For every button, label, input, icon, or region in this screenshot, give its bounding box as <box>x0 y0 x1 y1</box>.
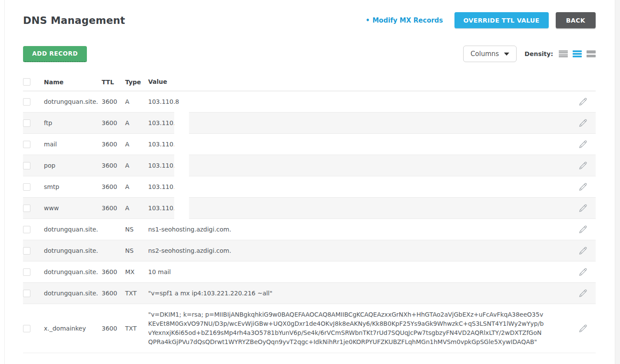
edit-record-button[interactable] <box>577 202 589 214</box>
cell-name: mail <box>44 141 102 148</box>
columns-dropdown[interactable]: Columns <box>463 46 517 62</box>
cell-ttl: 3600 <box>102 290 125 297</box>
cell-value: 10 mail <box>148 268 571 277</box>
pencil-icon <box>578 225 588 234</box>
row-checkbox[interactable] <box>23 205 30 212</box>
table-row: pop3600A103.110.8 <box>23 155 596 176</box>
row-checkbox[interactable] <box>23 183 30 191</box>
row-checkbox[interactable] <box>23 290 30 297</box>
cell-type: A <box>125 205 148 212</box>
page-right-gutter <box>615 0 620 364</box>
toolbar-right: Columns Density: <box>463 46 596 62</box>
cell-value: 103.110.8 <box>148 204 571 213</box>
cell-value: 103.110.8 <box>148 161 571 170</box>
edit-record-button[interactable] <box>577 181 589 192</box>
table-row: x._domainkey3600TXT"v=DKIM1; k=rsa; p=MI… <box>23 304 596 353</box>
cell-value: 103.110.8 <box>148 140 571 149</box>
density-control: Density: <box>524 50 596 57</box>
pencil-icon <box>578 161 588 170</box>
cell-type: A <box>125 183 148 190</box>
header-actions: • Modify MX Records OVERRIDE TTL VALUE B… <box>366 12 596 28</box>
cell-name: x._domainkey <box>44 325 102 332</box>
cell-ttl: 3600 <box>102 205 125 212</box>
cell-name: dotrungquan.site. <box>44 247 102 254</box>
chevron-down-icon <box>504 53 509 56</box>
table-row: ftp3600A103.110.8 <box>23 113 596 134</box>
edit-record-button[interactable] <box>577 224 589 235</box>
edit-record-button[interactable] <box>577 96 589 107</box>
cell-name: dotrungquan.site. <box>44 290 102 297</box>
column-header-ttl: TTL <box>102 79 125 86</box>
table-row: www3600A103.110.8 <box>23 198 596 219</box>
cell-ttl: 3600 <box>102 162 125 169</box>
table-row: dotrungquan.site.NSns2-seohosting.azdigi… <box>23 240 596 261</box>
bullet-icon: • <box>366 17 370 24</box>
pencil-icon <box>578 118 588 128</box>
pencil-icon <box>578 288 588 298</box>
cell-ttl: 3600 <box>102 141 125 148</box>
modify-mx-records-label: Modify MX Records <box>372 17 443 24</box>
row-checkbox[interactable] <box>23 141 30 148</box>
pencil-icon <box>578 203 588 213</box>
table-row: smtp3600A103.110.8 <box>23 176 596 198</box>
pencil-icon <box>578 97 588 106</box>
cell-type: A <box>125 141 148 148</box>
cell-value: "v=DKIM1; k=rsa; p=MIIBIjANBgkqhkiG9w0BA… <box>148 310 571 347</box>
row-checkbox[interactable] <box>23 268 30 276</box>
override-ttl-button[interactable]: OVERRIDE TTL VALUE <box>454 12 549 28</box>
add-record-button[interactable]: ADD RECORD <box>23 46 87 62</box>
edit-record-button[interactable] <box>577 117 589 129</box>
cell-value: 103.110.8 <box>148 97 571 106</box>
table-row: mail3600A103.110.8 <box>23 134 596 155</box>
cell-value: "v=spf1 a mx ip4:103.221.220.216 ~all" <box>148 289 571 298</box>
column-header-name: Name <box>44 79 102 86</box>
table-row: dotrungquan.site.NSns1-seohosting.azdigi… <box>23 219 596 240</box>
edit-record-button[interactable] <box>577 245 589 256</box>
page-title: DNS Management <box>23 15 125 26</box>
density-comfortable-icon[interactable] <box>559 50 568 57</box>
edit-record-button[interactable] <box>577 288 589 299</box>
back-button[interactable]: BACK <box>556 12 596 28</box>
table-body: dotrungquan.site.3600A103.110.8ftp3600A1… <box>23 91 596 353</box>
cell-name: dotrungquan.site. <box>44 98 102 105</box>
density-icons <box>559 50 596 57</box>
table-row: dotrungquan.site.3600MX10 mail <box>23 261 596 283</box>
cell-value: ns1-seohosting.azdigi.com. <box>148 225 571 234</box>
modify-mx-records-link[interactable]: • Modify MX Records <box>366 17 443 24</box>
edit-record-button[interactable] <box>577 266 589 278</box>
edit-record-button[interactable] <box>577 323 589 334</box>
page-header: DNS Management • Modify MX Records OVERR… <box>23 0 596 28</box>
column-header-value: Value <box>148 77 571 86</box>
density-standard-icon[interactable] <box>573 50 582 57</box>
cell-name: pop <box>44 162 102 169</box>
pencil-icon <box>578 267 588 277</box>
cell-type: NS <box>125 226 148 233</box>
toolbar: ADD RECORD Columns Density: <box>23 46 596 62</box>
edit-record-button[interactable] <box>577 160 589 171</box>
edit-record-button[interactable] <box>577 139 589 150</box>
density-label: Density: <box>524 50 553 57</box>
row-checkbox[interactable] <box>23 325 30 332</box>
cell-type: TXT <box>125 325 148 332</box>
cell-name: ftp <box>44 119 102 126</box>
cell-ttl: 3600 <box>102 183 125 190</box>
cell-value: 103.110.8 <box>148 182 571 192</box>
row-checkbox[interactable] <box>23 162 30 169</box>
cell-type: A <box>125 98 148 105</box>
row-checkbox[interactable] <box>23 247 30 255</box>
cell-name: www <box>44 205 102 212</box>
dns-records-table: Name TTL Type Value dotrungquan.site.360… <box>23 73 596 353</box>
select-all-checkbox[interactable] <box>23 78 30 86</box>
table-header-row: Name TTL Type Value <box>23 73 596 91</box>
columns-dropdown-label: Columns <box>471 50 499 58</box>
density-compact-icon[interactable] <box>587 50 596 57</box>
row-checkbox[interactable] <box>23 226 30 233</box>
cell-value: ns2-seohosting.azdigi.com. <box>148 246 571 255</box>
row-checkbox[interactable] <box>23 119 30 127</box>
row-checkbox[interactable] <box>23 98 30 106</box>
cell-value: 103.110.8 <box>148 119 571 128</box>
cell-ttl: 3600 <box>102 325 125 332</box>
cell-ttl: 3600 <box>102 98 125 105</box>
pencil-icon <box>578 139 588 149</box>
column-header-type: Type <box>125 79 148 86</box>
